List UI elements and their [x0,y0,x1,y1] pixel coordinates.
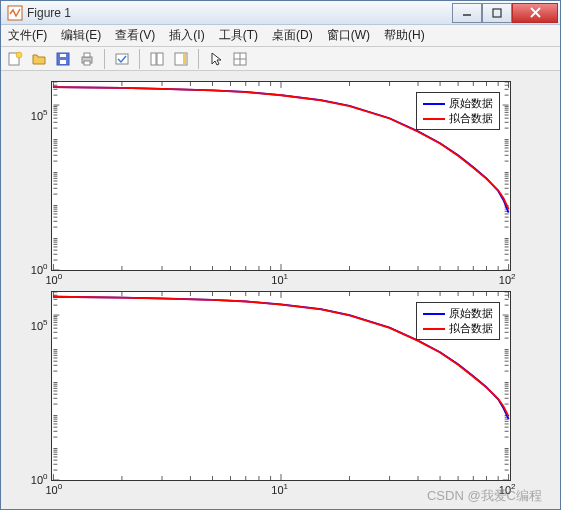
separator [104,49,105,69]
y-tick-5: 105 [31,108,48,122]
legend-raw: 原始数据 [423,96,493,111]
menu-insert[interactable]: 插入(I) [166,25,207,46]
toolbar [1,47,560,71]
menu-desktop[interactable]: 桌面(D) [269,25,316,46]
x-ticks: 100 101 102 [52,272,510,286]
legend-fit: 拟合数据 [423,321,493,336]
svg-rect-2 [493,9,501,17]
chart-1: 原始数据 拟合数据 100 105 100 101 102 [51,81,511,271]
minimize-button[interactable] [452,3,482,23]
figure-window: Figure 1 文件(F) 编辑(E) 查看(V) 插入(I) 工具(T) 桌… [0,0,561,510]
svg-rect-8 [60,60,66,64]
pointer-icon[interactable] [206,49,226,69]
chart-2: 原始数据 拟合数据 100 105 100 101 102 [51,291,511,481]
legend-fit-label: 拟合数据 [449,111,493,126]
legend-fit: 拟合数据 [423,111,493,126]
x-tick-0: 100 [46,272,63,286]
svg-point-6 [16,52,22,58]
legend-raw: 原始数据 [423,306,493,321]
legend-raw-label: 原始数据 [449,306,493,321]
legend-fit-label: 拟合数据 [449,321,493,336]
y-ticks: 100 105 [22,292,50,480]
chart-1-legend: 原始数据 拟合数据 [416,92,500,130]
x-tick-2: 102 [499,272,516,286]
svg-rect-13 [116,54,128,64]
figure-content: 原始数据 拟合数据 100 105 100 101 102 原始数据 拟合数据 … [1,71,560,509]
menu-window[interactable]: 窗口(W) [324,25,373,46]
legend-line-red [423,118,445,120]
svg-rect-11 [84,53,90,57]
legend-line-red [423,328,445,330]
maximize-button[interactable] [482,3,512,23]
legend-raw-label: 原始数据 [449,96,493,111]
x-tick-1: 101 [271,272,288,286]
data-cursor-icon[interactable] [147,49,167,69]
menu-help[interactable]: 帮助(H) [381,25,428,46]
svg-rect-15 [157,53,163,65]
titlebar: Figure 1 [1,1,560,25]
print-icon[interactable] [77,49,97,69]
legend-line-blue [423,103,445,105]
new-figure-icon[interactable] [5,49,25,69]
y-tick-5: 105 [31,318,48,332]
menu-edit[interactable]: 编辑(E) [58,25,104,46]
colorbar-icon[interactable] [171,49,191,69]
x-tick-0: 100 [46,482,63,496]
window-controls [452,3,558,23]
link-icon[interactable] [112,49,132,69]
app-icon [7,5,23,21]
chart-2-legend: 原始数据 拟合数据 [416,302,500,340]
menu-tools[interactable]: 工具(T) [216,25,261,46]
open-icon[interactable] [29,49,49,69]
save-icon[interactable] [53,49,73,69]
watermark: CSDN @我爱C编程 [427,487,542,505]
legend-line-blue [423,313,445,315]
window-title: Figure 1 [27,6,452,20]
close-button[interactable] [512,3,558,23]
separator [198,49,199,69]
svg-rect-17 [183,54,186,64]
separator [139,49,140,69]
menu-file[interactable]: 文件(F) [5,25,50,46]
x-tick-1: 101 [271,482,288,496]
svg-rect-9 [60,54,66,57]
y-ticks: 100 105 [22,82,50,270]
svg-rect-14 [151,53,156,65]
svg-rect-12 [84,61,90,65]
menu-view[interactable]: 查看(V) [112,25,158,46]
grid-icon[interactable] [230,49,250,69]
menubar: 文件(F) 编辑(E) 查看(V) 插入(I) 工具(T) 桌面(D) 窗口(W… [1,25,560,47]
